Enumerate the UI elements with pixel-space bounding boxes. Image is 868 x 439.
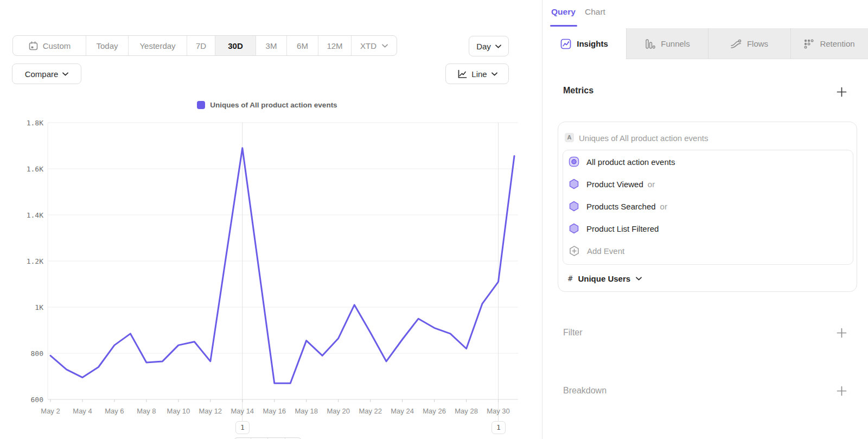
svg-text:1.4K: 1.4K xyxy=(27,211,43,219)
range-label: XTD xyxy=(360,41,376,50)
range-label: 30D xyxy=(228,41,243,50)
annotation-marker[interactable]: 1 xyxy=(492,421,506,434)
svg-text:1.8K: 1.8K xyxy=(27,119,43,127)
chart-type-dropdown[interactable]: Line xyxy=(445,63,509,84)
tab-label: Retention xyxy=(820,39,854,48)
range-label: Today xyxy=(96,41,118,50)
tab-label: Insights xyxy=(577,39,608,48)
tab-query[interactable]: Query xyxy=(551,7,576,17)
event-row-product-list-filtered[interactable]: Product List Filtered xyxy=(569,222,663,235)
measurement-label: Unique Users xyxy=(578,274,630,283)
date-range-group: Custom Today Yesterday 7D 30D 3M 6M 12M … xyxy=(12,35,397,56)
tab-chart[interactable]: Chart xyxy=(585,7,605,17)
range-6m[interactable]: 6M xyxy=(286,36,318,55)
plus-icon xyxy=(837,87,847,97)
svg-text:May 6: May 6 xyxy=(105,407,124,415)
breakdown-section-title: Breakdown xyxy=(563,386,607,396)
legend-label: Uniques of All product action events xyxy=(210,101,337,109)
range-12m[interactable]: 12M xyxy=(318,36,351,55)
plus-icon xyxy=(837,386,847,396)
filter-section-title: Filter xyxy=(563,328,583,338)
range-today[interactable]: Today xyxy=(86,36,128,55)
number-icon: # xyxy=(568,274,572,283)
range-custom[interactable]: Custom xyxy=(13,36,86,55)
plus-icon xyxy=(837,328,847,338)
svg-text:1K: 1K xyxy=(35,303,43,311)
chevron-down-icon xyxy=(382,44,388,48)
svg-text:May 14: May 14 xyxy=(231,407,254,415)
range-yesterday[interactable]: Yesterday xyxy=(128,36,187,55)
metric-letter-badge: A xyxy=(565,133,574,142)
annotation-marker[interactable]: 1 xyxy=(235,421,250,434)
chevron-down-icon xyxy=(492,72,497,76)
event-row-products-searched[interactable]: Products Searched or xyxy=(569,200,667,213)
svg-text:May 26: May 26 xyxy=(423,407,446,415)
event-row-product-viewed[interactable]: Product Viewed or xyxy=(569,177,655,190)
compare-label: Compare xyxy=(25,69,59,79)
tab-label: Funnels xyxy=(661,39,690,48)
event-name: All product action events xyxy=(586,157,675,167)
svg-text:600: 600 xyxy=(31,396,43,404)
compare-dropdown[interactable]: Compare xyxy=(12,63,81,84)
add-event-label: Add Event xyxy=(587,246,624,256)
range-30d[interactable]: 30D xyxy=(215,36,256,55)
event-hexagon-icon xyxy=(569,179,579,189)
add-breakdown-button[interactable] xyxy=(836,385,847,396)
chart-legend: Uniques of All product action events xyxy=(0,101,534,109)
metrics-section-title: Metrics xyxy=(563,86,593,96)
svg-text:May 12: May 12 xyxy=(199,407,222,415)
tab-label: Flows xyxy=(747,39,768,48)
range-label: Custom xyxy=(43,41,71,50)
range-3m[interactable]: 3M xyxy=(256,36,286,55)
legend-swatch xyxy=(197,101,205,109)
event-hexagon-icon xyxy=(569,201,579,212)
event-group-icon xyxy=(569,156,579,167)
chevron-down-icon xyxy=(636,277,642,281)
add-event-icon xyxy=(569,245,580,257)
tab-divider xyxy=(790,28,791,59)
range-label: 6M xyxy=(297,41,308,50)
svg-text:May 24: May 24 xyxy=(391,407,414,415)
granularity-dropdown[interactable]: Day xyxy=(469,36,509,56)
svg-text:May 2: May 2 xyxy=(41,407,60,415)
tab-insights[interactable]: Insights xyxy=(542,28,627,59)
calendar-icon xyxy=(28,41,39,51)
metric-group-title: Uniques of All product action events xyxy=(579,133,708,143)
event-list-card: All product action events Product Viewed… xyxy=(563,150,853,265)
event-name: Products Searched xyxy=(586,202,656,211)
chart-panel: 6008001K1.2K1.4K1.6K1.8KMay 2May 4May 6M… xyxy=(0,0,542,439)
granularity-value: Day xyxy=(476,42,491,51)
range-7d[interactable]: 7D xyxy=(187,36,215,55)
chart-type-value: Line xyxy=(471,69,487,79)
event-name: Product Viewed xyxy=(586,180,643,189)
svg-text:May 8: May 8 xyxy=(137,407,156,415)
chevron-down-icon xyxy=(62,72,68,76)
retention-icon xyxy=(803,39,814,49)
event-operator: or xyxy=(660,202,667,211)
tab-funnels[interactable]: Funnels xyxy=(627,28,708,59)
event-hexagon-icon xyxy=(569,223,579,234)
event-operator: or xyxy=(648,180,655,189)
metric-card: A Uniques of All product action events A… xyxy=(558,122,857,292)
measurement-dropdown[interactable]: # Unique Users xyxy=(568,272,642,285)
tab-flows[interactable]: Flows xyxy=(708,28,790,59)
svg-text:May 16: May 16 xyxy=(263,407,286,415)
tab-retention[interactable]: Retention xyxy=(790,28,868,59)
event-row-all-product-action-events[interactable]: All product action events xyxy=(569,155,679,168)
insights-icon xyxy=(560,39,571,49)
svg-text:May 20: May 20 xyxy=(327,407,350,415)
flows-icon xyxy=(730,39,742,49)
svg-text:800: 800 xyxy=(31,349,43,358)
add-filter-button[interactable] xyxy=(836,327,847,338)
range-xtd[interactable]: XTD xyxy=(351,36,397,55)
svg-text:1.6K: 1.6K xyxy=(27,165,43,173)
add-metric-button[interactable] xyxy=(836,86,847,97)
event-name: Product List Filtered xyxy=(586,224,659,233)
svg-text:May 4: May 4 xyxy=(73,407,92,415)
report-type-tabs: Insights Funnels Flows xyxy=(542,28,868,59)
svg-text:May 18: May 18 xyxy=(295,407,318,415)
svg-text:May 28: May 28 xyxy=(455,407,478,415)
add-event-button[interactable]: Add Event xyxy=(569,244,624,257)
svg-text:May 10: May 10 xyxy=(167,407,190,415)
range-label: 7D xyxy=(196,41,206,50)
